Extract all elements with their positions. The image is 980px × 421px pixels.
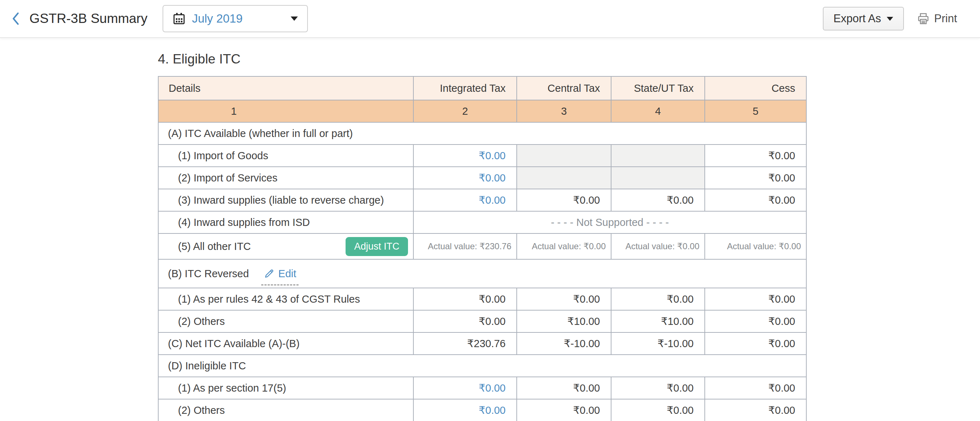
eligible-itc-table: DetailsIntegrated TaxCentral TaxState/UT… <box>158 76 807 421</box>
section-cell: (A) ITC Available (whether in full or pa… <box>158 122 806 145</box>
amount-text: ₹0.00 <box>573 194 600 206</box>
value-cell: ₹0.00 <box>705 189 806 211</box>
amount-text: ₹0.00 <box>667 293 694 305</box>
table-row: (2) Import of Services₹0.00₹0.00 <box>158 167 806 189</box>
disabled-value-cell <box>517 167 611 189</box>
amount-text: ₹0.00 <box>479 293 506 305</box>
details-cell: (2) Import of Services <box>158 167 414 189</box>
value-cell: ₹0.00 <box>414 399 517 421</box>
actual-value-cell: Actual value: ₹230.76 <box>414 234 517 259</box>
column-number: 2 <box>414 100 517 122</box>
report-content: 4. Eligible ITC DetailsIntegrated TaxCen… <box>0 38 980 421</box>
value-cell: ₹0.00 <box>517 377 611 399</box>
row-label: (5) All other ITC <box>178 241 251 253</box>
column-number: 1 <box>158 100 414 122</box>
amount-text: ₹0.00 <box>768 194 795 206</box>
actual-value-cell: Actual value: ₹0.00 <box>611 234 705 259</box>
row-label: (B) ITC Reversed <box>168 268 249 280</box>
value-cell: ₹0.00 <box>705 310 806 332</box>
section-title: 4. Eligible ITC <box>158 52 980 67</box>
value-cell: ₹0.00 <box>517 399 611 421</box>
not-supported-cell: - - - - Not Supported - - - - <box>414 211 806 234</box>
value-cell: ₹0.00 <box>611 189 705 211</box>
amount-link[interactable]: ₹0.00 <box>479 150 506 161</box>
table-row: (4) Inward supplies from ISD- - - - Not … <box>158 211 806 234</box>
column-number: 3 <box>517 100 611 122</box>
chevron-down-icon <box>291 16 298 21</box>
amount-text: ₹230.76 <box>467 338 506 349</box>
amount-text: ₹-10.00 <box>564 338 600 349</box>
value-cell: ₹-10.00 <box>517 332 611 355</box>
table-row: (1) As per section 17(5)₹0.00₹0.00₹0.00₹… <box>158 377 806 399</box>
table-row: (1) As per rules 42 & 43 of CGST Rules₹0… <box>158 288 806 310</box>
amount-text: ₹10.00 <box>661 316 694 327</box>
table-row: (5) All other ITCAdjust ITCActual value:… <box>158 234 806 259</box>
print-button[interactable]: Print <box>917 12 957 25</box>
details-cell: (C) Net ITC Available (A)-(B) <box>158 332 414 355</box>
chevron-left-icon <box>11 11 22 26</box>
amount-text: ₹0.00 <box>768 150 795 161</box>
edit-itc-reversed-link[interactable]: Edit <box>263 268 296 280</box>
value-cell: ₹0.00 <box>705 332 806 355</box>
details-cell: (2) Others <box>158 310 414 332</box>
topbar-actions: Export As Print <box>823 7 957 30</box>
column-header: State/UT Tax <box>611 76 705 100</box>
column-header: Central Tax <box>517 76 611 100</box>
value-cell: ₹0.00 <box>517 288 611 310</box>
table-row: (2) Others₹0.00₹10.00₹10.00₹0.00 <box>158 310 806 332</box>
amount-link[interactable]: ₹0.00 <box>479 405 506 416</box>
details-cell: (3) Inward supplies (liable to reverse c… <box>158 189 414 211</box>
value-cell: ₹0.00 <box>705 399 806 421</box>
disabled-value-cell <box>611 145 705 167</box>
value-cell: ₹0.00 <box>705 377 806 399</box>
column-number: 5 <box>705 100 806 122</box>
details-cell: (2) Others <box>158 399 414 421</box>
adjust-itc-button[interactable]: Adjust ITC <box>345 237 408 256</box>
pencil-icon <box>263 268 275 280</box>
amount-text: ₹0.00 <box>768 405 795 416</box>
calendar-icon <box>173 12 186 25</box>
table-row: (2) Others₹0.00₹0.00₹0.00₹0.00 <box>158 399 806 421</box>
amount-text: ₹10.00 <box>567 316 600 327</box>
table-row: (3) Inward supplies (liable to reverse c… <box>158 189 806 211</box>
period-selector[interactable]: July 2019 <box>162 5 308 32</box>
details-cell: (4) Inward supplies from ISD <box>158 211 414 234</box>
disabled-value-cell <box>611 167 705 189</box>
amount-text: ₹0.00 <box>768 293 795 305</box>
print-label: Print <box>934 12 957 25</box>
column-header: Details <box>158 76 414 100</box>
value-cell: ₹0.00 <box>517 189 611 211</box>
value-cell: ₹0.00 <box>705 145 806 167</box>
amount-link[interactable]: ₹0.00 <box>479 382 506 394</box>
export-as-button[interactable]: Export As <box>823 7 904 30</box>
column-number: 4 <box>611 100 705 122</box>
table-row: (B) ITC ReversedEdit <box>158 259 806 288</box>
column-header: Cess <box>705 76 806 100</box>
period-value: July 2019 <box>192 12 284 25</box>
value-cell: ₹0.00 <box>705 167 806 189</box>
amount-text: ₹-10.00 <box>657 338 694 349</box>
value-cell: ₹0.00 <box>414 377 517 399</box>
value-cell: ₹10.00 <box>517 310 611 332</box>
details-cell: (1) Import of Goods <box>158 145 414 167</box>
table-row: (A) ITC Available (whether in full or pa… <box>158 122 806 145</box>
table-row: (D) Ineligible ITC <box>158 355 806 377</box>
amount-text: ₹0.00 <box>573 382 600 394</box>
details-cell: (5) All other ITCAdjust ITC <box>158 234 414 259</box>
value-cell: ₹0.00 <box>414 288 517 310</box>
edit-label: Edit <box>278 268 296 280</box>
details-cell: (1) As per rules 42 & 43 of CGST Rules <box>158 288 414 310</box>
table-row: (1) Import of Goods₹0.00₹0.00 <box>158 145 806 167</box>
amount-link[interactable]: ₹0.00 <box>479 194 506 206</box>
amount-link[interactable]: ₹0.00 <box>479 172 506 184</box>
details-cell: (1) As per section 17(5) <box>158 377 414 399</box>
back-button[interactable] <box>11 11 24 27</box>
page-title: GSTR-3B Summary <box>29 11 148 26</box>
column-header: Integrated Tax <box>414 76 517 100</box>
value-cell: ₹0.00 <box>414 167 517 189</box>
value-cell: ₹0.00 <box>414 145 517 167</box>
chevron-down-icon <box>887 17 893 21</box>
section-cell: (B) ITC ReversedEdit <box>158 259 806 288</box>
value-cell: ₹10.00 <box>611 310 705 332</box>
value-cell: ₹0.00 <box>611 377 705 399</box>
